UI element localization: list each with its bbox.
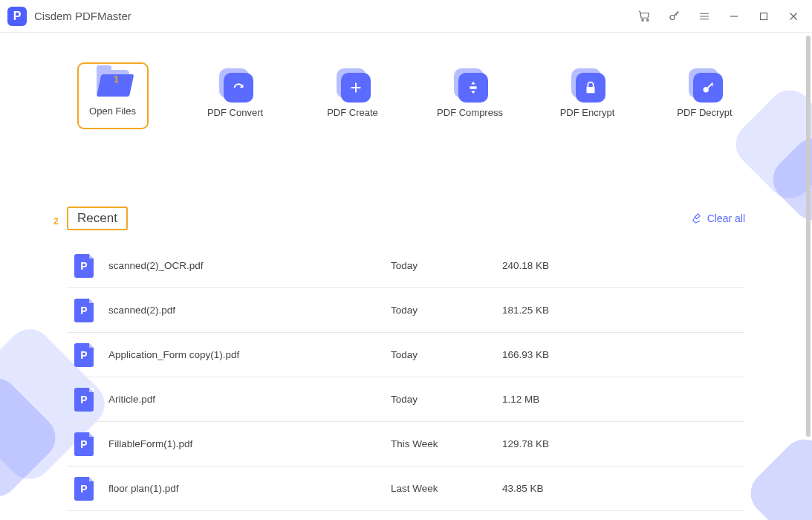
pdf-file-icon: P: [74, 299, 94, 322]
recent-section: Recent Clear all P scanned(2)_OCR.pdf To…: [0, 207, 812, 511]
action-label: PDF Compress: [437, 107, 503, 118]
file-name: scanned(2)_OCR.pdf: [108, 260, 391, 271]
recent-header: Recent Clear all: [67, 207, 745, 230]
svg-point-0: [642, 19, 643, 21]
pdf-file-icon: P: [74, 388, 94, 412]
action-label: PDF Encrypt: [560, 107, 615, 118]
compress-icon: [458, 73, 488, 103]
app-title: Cisdem PDFMaster: [34, 10, 131, 22]
file-date: Today: [391, 394, 502, 405]
file-name: Application_Form copy(1).pdf: [108, 349, 391, 360]
file-name: Ariticle.pdf: [108, 394, 391, 405]
file-name: scanned(2).pdf: [108, 305, 391, 316]
pdf-file-icon: P: [74, 432, 94, 456]
minimize-button[interactable]: [726, 8, 742, 25]
pdf-create-button[interactable]: PDF Create: [327, 67, 379, 125]
file-size: 181.25 KB: [502, 305, 591, 316]
file-date: Today: [391, 260, 502, 271]
app-logo: P: [7, 7, 27, 26]
file-date: Last Week: [391, 483, 502, 494]
close-button[interactable]: [785, 8, 802, 25]
file-row[interactable]: P scanned(2).pdf Today 181.25 KB: [67, 288, 745, 333]
scrollbar[interactable]: [806, 36, 811, 437]
recent-title-highlight: Recent: [67, 207, 128, 230]
file-name: floor plan(1).pdf: [108, 483, 391, 494]
pdf-encrypt-button[interactable]: PDF Encrypt: [562, 67, 614, 125]
titlebar: P Cisdem PDFMaster: [0, 0, 812, 33]
plus-icon: [341, 73, 371, 103]
cart-icon[interactable]: [637, 8, 653, 25]
action-label: PDF Create: [327, 107, 378, 118]
action-label: PDF Decrypt: [677, 107, 732, 118]
pdf-compress-button[interactable]: PDF Compress: [444, 67, 496, 125]
clear-all-button[interactable]: Clear all: [691, 212, 745, 224]
file-row[interactable]: P scanned(2)_OCR.pdf Today 240.18 KB: [67, 244, 745, 288]
folder-icon: [94, 68, 131, 101]
annotation-number-2: 2: [53, 216, 59, 227]
file-size: 1.12 MB: [502, 394, 591, 405]
pdf-decrypt-button[interactable]: PDF Decrypt: [679, 67, 731, 125]
file-size: 166.93 KB: [502, 349, 591, 360]
svg-point-2: [670, 15, 675, 19]
titlebar-controls: [637, 8, 802, 25]
pdf-file-icon: P: [74, 343, 94, 367]
file-row[interactable]: P FillableForm(1).pdf This Week 129.78 K…: [67, 422, 745, 467]
action-label: PDF Convert: [207, 107, 263, 118]
maximize-button[interactable]: [756, 8, 772, 25]
file-date: This Week: [391, 438, 502, 449]
action-row: Open Files PDF Convert PDF Create: [0, 33, 812, 125]
svg-point-4: [703, 87, 708, 92]
file-size: 43.85 KB: [502, 483, 591, 494]
menu-icon[interactable]: [696, 8, 712, 25]
file-size: 240.18 KB: [502, 260, 591, 271]
key-icon[interactable]: [666, 8, 683, 25]
pdf-convert-button[interactable]: PDF Convert: [210, 67, 262, 125]
file-row[interactable]: P Ariticle.pdf Today 1.12 MB: [67, 377, 745, 422]
recent-title: Recent: [77, 211, 117, 225]
content-area: 1 Open Files PDF Convert: [0, 33, 812, 520]
pdf-file-icon: P: [74, 477, 94, 501]
annotation-number-1: 1: [114, 74, 119, 85]
lock-icon: [576, 73, 605, 103]
svg-rect-3: [761, 13, 767, 19]
file-name: FillableForm(1).pdf: [108, 438, 391, 449]
file-date: Today: [391, 349, 502, 360]
file-date: Today: [391, 305, 502, 316]
svg-point-1: [647, 19, 649, 21]
file-size: 129.78 KB: [502, 438, 591, 449]
convert-icon: [224, 73, 253, 103]
recent-file-list: P scanned(2)_OCR.pdf Today 240.18 KB P s…: [67, 244, 745, 511]
open-files-button[interactable]: Open Files: [82, 67, 144, 125]
key-glyph-icon: [693, 73, 723, 103]
broom-icon: [691, 212, 703, 224]
action-label: Open Files: [89, 105, 136, 117]
pdf-file-icon: P: [74, 254, 94, 278]
clear-all-label: Clear all: [707, 212, 745, 224]
file-row[interactable]: P floor plan(1).pdf Last Week 43.85 KB: [67, 467, 745, 511]
file-row[interactable]: P Application_Form copy(1).pdf Today 166…: [67, 333, 745, 377]
